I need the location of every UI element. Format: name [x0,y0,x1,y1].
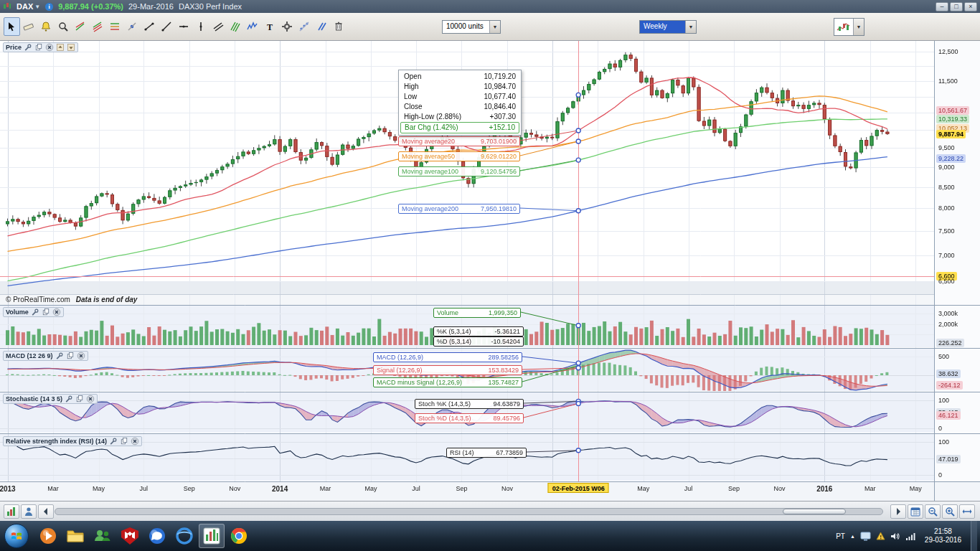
chart-scrollbar[interactable] [55,508,883,515]
tool-text-button[interactable]: T [262,17,278,36]
tool-cursor-button[interactable] [4,17,20,36]
close-icon[interactable] [131,437,139,446]
indicator-label[interactable]: Moving average209,703.01900 [398,136,520,146]
copyright-text: © ProRealTime.com [6,296,70,303]
duplicate-icon[interactable] [42,308,50,316]
tool-zoom-button[interactable] [55,17,72,36]
scrollbar-thumb[interactable] [783,509,846,514]
tool-alarm-button[interactable] [38,17,55,36]
settings-icon[interactable] [31,308,39,316]
tool-ray-button[interactable] [159,17,175,36]
close-icon[interactable] [86,395,95,403]
tool-elliott-button[interactable] [245,17,261,36]
units-select[interactable]: 10000 units ▼ [442,20,501,34]
indicator-label[interactable]: Stoch %D (14,3,5)89.45796 [415,413,524,423]
instrument-name: DAX30 Perf Index [179,2,242,11]
tool-segment-button[interactable] [141,17,158,36]
calendar-button[interactable] [908,504,923,519]
person-button[interactable] [21,504,37,519]
chart-type-select[interactable]: ▼ [834,18,864,36]
axis-label: 100 [936,396,951,405]
indicator-name: %D (5,3,14) [437,338,471,345]
tool-scatter-button[interactable] [296,17,313,36]
x-axis-label: Jul [140,485,149,492]
start-button[interactable] [4,524,29,548]
indicator-label[interactable]: MACD minus Signal (12,26,9)135.74827 [373,377,522,387]
move-down-icon[interactable] [67,43,75,52]
move-up-icon[interactable] [56,43,65,52]
tool-fibonacci-button[interactable] [107,17,123,36]
expand-button[interactable] [959,504,975,519]
taskbar-app-mcafee[interactable] [117,524,143,548]
taskbar-app-prorealtime[interactable] [199,524,225,548]
tool-pitchfork-button[interactable] [227,17,244,36]
scroll-left-button[interactable] [38,504,54,519]
close-icon[interactable] [45,43,54,52]
zoom-out-button[interactable] [925,504,941,519]
axis-label: 3,000k [936,309,960,318]
zoom-in-button[interactable] [942,504,958,519]
duplicate-icon[interactable] [75,395,84,403]
indicator-label[interactable]: Volume1,999,350 [433,308,521,318]
action-center-icon[interactable] [876,532,885,541]
volume-icon[interactable] [890,532,900,541]
tool-point-button[interactable] [124,17,141,36]
tool-trendlines-button[interactable] [72,17,89,36]
display-icon[interactable] [860,532,871,541]
axis-label: -264.12 [936,381,963,390]
show-desktop-button[interactable] [971,521,977,551]
indicator-label[interactable]: Moving average2007,950.19810 [398,204,520,214]
restore-button[interactable]: □ [950,2,963,11]
network-icon[interactable] [905,532,915,541]
info-icon[interactable]: i [45,3,53,11]
indicator-value: 9,629.01220 [481,153,517,160]
indicator-label[interactable]: MACD (12,26,9)289.58256 [373,352,522,362]
indicator-label[interactable]: %D (5,3,14)-10.54204 [433,336,524,347]
taskbar-app-chrome[interactable] [226,524,252,548]
taskbar-app-messenger[interactable] [144,524,170,548]
indicator-label[interactable]: Stoch %K (14,3,5)94.63879 [415,399,524,409]
tool-hline-button[interactable] [176,17,192,36]
settings-icon[interactable] [55,352,64,360]
minimize-button[interactable]: – [936,2,948,11]
tool-eraser-button[interactable] [331,17,347,36]
tray-expand-icon[interactable]: ▲ [850,534,855,539]
taskbar-clock[interactable]: 21:58 29-03-2016 [920,527,966,545]
tool-vline-button[interactable] [193,17,209,36]
tool-parallel-button[interactable] [210,17,227,36]
mini-chart-button[interactable] [4,504,19,519]
taskbar-app-contacts[interactable] [90,524,116,548]
chart-area: Open10,719.20High10,984.70Low10,677.40Cl… [0,41,980,501]
indicator-value: -5.36121 [494,328,520,335]
tool-ruler-button[interactable] [21,17,37,36]
taskbar-app-media-player[interactable] [35,524,61,548]
x-axis-label: 2014 [272,485,288,493]
indicator-label[interactable]: RSI (14)67.73859 [446,448,527,458]
settings-icon[interactable] [65,395,73,403]
language-indicator[interactable]: PT [836,532,845,540]
duplicate-icon[interactable] [120,437,128,446]
scroll-right-button[interactable] [890,504,906,519]
close-icon[interactable] [52,308,61,316]
taskbar-app-browser[interactable] [171,524,197,548]
timeframe-select[interactable]: Weekly ▼ [639,20,697,34]
panel-title: Relative strength index (RSI) (14) [6,438,107,445]
taskbar-app-folder[interactable] [62,524,88,548]
indicator-label[interactable]: Signal (12,26,9)153.83429 [373,365,522,375]
tool-tools-button[interactable] [279,17,296,36]
indicator-label[interactable]: Moving average1009,120.54756 [398,166,520,176]
settings-icon[interactable] [24,43,32,52]
tool-channel-button[interactable] [90,17,106,36]
axis-label: 7,000 [936,251,957,260]
close-icon[interactable] [77,352,85,360]
indicator-label[interactable]: Moving average509,629.01220 [398,151,520,161]
nav-right-buttons [890,504,976,519]
indicator-label[interactable]: %K (5,3,14)-5.36121 [433,326,524,336]
duplicate-icon[interactable] [66,352,75,360]
symbol-selector[interactable]: DAX ▼ [17,2,40,11]
close-button[interactable]: × [964,2,977,11]
nav-left-buttons [3,504,55,519]
duplicate-icon[interactable] [34,43,43,52]
tool-slashes-button[interactable] [314,17,330,36]
settings-icon[interactable] [109,437,118,446]
